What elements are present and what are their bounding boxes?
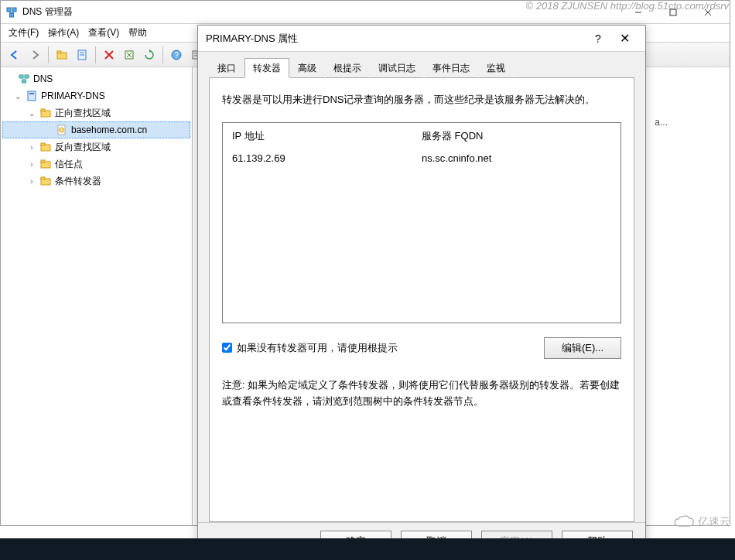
svg-rect-10 xyxy=(57,51,61,53)
nav-forward-button[interactable] xyxy=(26,46,44,64)
forwarder-row[interactable]: 61.139.2.69 ns.sc.cninfo.net xyxy=(223,149,620,167)
menu-view[interactable]: 查看(V) xyxy=(88,26,119,39)
expand-icon[interactable]: › xyxy=(27,143,36,152)
properties-button[interactable] xyxy=(73,46,91,64)
delete-button[interactable] xyxy=(100,46,118,64)
tab-advanced[interactable]: 高级 xyxy=(289,58,325,78)
svg-rect-22 xyxy=(19,75,23,78)
menu-file[interactable]: 文件(F) xyxy=(9,26,39,39)
folder-icon xyxy=(39,107,52,119)
expand-icon[interactable]: › xyxy=(27,177,36,186)
new-folder-button[interactable] xyxy=(53,46,71,64)
toolbar-separator xyxy=(95,46,96,63)
truncated-text: a... xyxy=(655,117,668,128)
cloud-watermark-text: 亿速云 xyxy=(698,515,730,529)
tree-reverse-zone[interactable]: › 反向查找区域 xyxy=(2,138,190,155)
dns-root-icon xyxy=(18,73,30,85)
tree-label: basehome.com.cn xyxy=(71,125,147,135)
nav-back-button[interactable] xyxy=(5,46,24,64)
svg-point-30 xyxy=(60,128,64,132)
tree-label: 条件转发器 xyxy=(55,175,101,188)
forwarder-list[interactable]: IP 地址 服务器 FQDN 61.139.2.69 ns.sc.cninfo.… xyxy=(222,122,621,323)
toolbar-separator xyxy=(48,46,49,63)
dialog-body: 接口 转发器 高级 根提示 调试日志 事件日志 监视 转发器是可以用来进行DNS… xyxy=(198,52,645,522)
menu-action[interactable]: 操作(A) xyxy=(48,26,79,39)
tab-content: 转发器是可以用来进行DNS记录查询的服务器，而这些纪录是该服务器无法解决的。 I… xyxy=(209,78,634,522)
svg-rect-0 xyxy=(7,8,11,12)
tab-strip: 接口 转发器 高级 根提示 调试日志 事件日志 监视 xyxy=(209,58,634,78)
help-button[interactable]: ? xyxy=(167,46,186,64)
tree-pane[interactable]: DNS ⌄ PRIMARY-DNS ⌄ 正向查找区域 basehome.com.… xyxy=(1,67,193,525)
forwarder-header: IP 地址 服务器 FQDN xyxy=(223,123,620,149)
col-ip-header: IP 地址 xyxy=(232,129,422,143)
dns-app-icon xyxy=(5,6,18,19)
tree-root-dns[interactable]: DNS xyxy=(2,70,190,87)
col-fqdn-header: 服务器 FQDN xyxy=(422,129,611,143)
edit-button[interactable]: 编辑(E)... xyxy=(544,337,621,359)
watermark-text: © 2018 ZJUNSEN http://blog.51cto.com/rds… xyxy=(526,0,729,12)
svg-rect-25 xyxy=(28,91,36,101)
tree-domain-selected[interactable]: basehome.com.cn xyxy=(2,121,190,138)
root-hint-row: 如果没有转发器可用，请使用根提示 编辑(E)... xyxy=(222,337,621,359)
expand-icon[interactable]: › xyxy=(27,160,36,169)
dialog-title-bar: PRIMARY-DNS 属性 ? ✕ xyxy=(198,26,645,52)
tab-forwarders[interactable]: 转发器 xyxy=(244,58,289,78)
cloud-icon xyxy=(673,515,695,529)
svg-text:?: ? xyxy=(174,51,179,60)
tab-interfaces[interactable]: 接口 xyxy=(209,58,244,78)
tree-trust-points[interactable]: › 信任点 xyxy=(2,155,190,172)
tree-forward-zone[interactable]: ⌄ 正向查找区域 xyxy=(2,104,190,121)
tab-filler xyxy=(514,58,634,78)
tab-root-hints[interactable]: 根提示 xyxy=(325,58,370,78)
zone-file-icon xyxy=(56,124,68,136)
tree-server[interactable]: ⌄ PRIMARY-DNS xyxy=(2,87,190,104)
toolbar-separator xyxy=(162,46,163,63)
svg-rect-34 xyxy=(41,160,45,162)
server-icon xyxy=(26,90,38,102)
folder-icon xyxy=(39,158,52,170)
tab-monitoring[interactable]: 监视 xyxy=(478,58,514,78)
svg-rect-26 xyxy=(29,93,34,94)
tree-conditional-forwarders[interactable]: › 条件转发器 xyxy=(2,172,190,190)
forwarder-ip: 61.139.2.69 xyxy=(232,152,422,164)
use-root-hints-checkbox[interactable] xyxy=(222,343,232,353)
folder-icon xyxy=(39,141,52,153)
tab-debug-log[interactable]: 调试日志 xyxy=(370,58,424,78)
forwarder-note: 注意: 如果为给定域定义了条件转发器，则将使用它们代替服务器级别的转发器。若要创… xyxy=(222,377,621,410)
collapse-icon[interactable]: ⌄ xyxy=(27,109,36,118)
svg-rect-2 xyxy=(10,13,14,17)
properties-dialog: PRIMARY-DNS 属性 ? ✕ 接口 转发器 高级 根提示 调试日志 事件… xyxy=(197,25,646,560)
use-root-hints-label: 如果没有转发器可用，请使用根提示 xyxy=(237,341,398,355)
svg-rect-23 xyxy=(25,75,29,78)
tab-event-log[interactable]: 事件日志 xyxy=(424,58,478,78)
svg-rect-24 xyxy=(22,80,26,83)
tree-label: 反向查找区域 xyxy=(55,141,111,154)
tree-label: PRIMARY-DNS xyxy=(41,90,105,101)
svg-rect-1 xyxy=(12,8,16,12)
svg-rect-32 xyxy=(41,143,45,145)
tree-label: 正向查找区域 xyxy=(55,107,111,120)
folder-icon xyxy=(39,175,52,187)
forwarder-description: 转发器是可以用来进行DNS记录查询的服务器，而这些纪录是该服务器无法解决的。 xyxy=(222,92,621,108)
svg-rect-28 xyxy=(41,109,45,111)
taskbar-strip xyxy=(0,538,735,560)
forwarder-fqdn: ns.sc.cninfo.net xyxy=(422,152,611,164)
dialog-title: PRIMARY-DNS 属性 xyxy=(206,32,585,46)
svg-rect-36 xyxy=(41,177,45,179)
menu-help[interactable]: 帮助 xyxy=(128,26,147,39)
cloud-watermark: 亿速云 xyxy=(673,515,730,529)
reload-button[interactable] xyxy=(140,46,159,64)
tree-label: DNS xyxy=(33,73,53,84)
refresh-button[interactable] xyxy=(120,46,138,64)
collapse-icon[interactable]: ⌄ xyxy=(13,92,22,101)
dialog-close-button[interactable]: ✕ xyxy=(611,31,638,46)
tree-label: 信任点 xyxy=(55,158,83,171)
dialog-help-button[interactable]: ? xyxy=(585,32,611,45)
